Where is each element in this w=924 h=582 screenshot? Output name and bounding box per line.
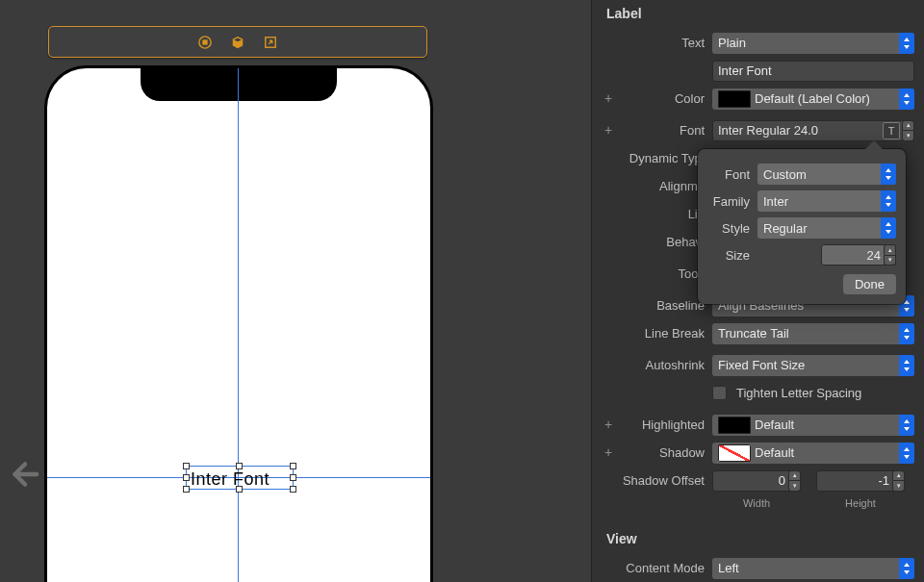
row-text-value: Inter Font	[591, 57, 924, 85]
section-label: Label	[591, 0, 924, 29]
add-highlight-icon[interactable]: +	[604, 418, 612, 431]
guide-vertical	[238, 68, 239, 582]
row-tighten: Tighten Letter Spacing	[591, 379, 924, 407]
selection-rect[interactable]	[186, 466, 294, 490]
color-select[interactable]: Default (Label Color)	[712, 89, 914, 110]
back-arrow	[0, 455, 43, 493]
tighten-checkbox[interactable]	[712, 386, 727, 400]
font-stepper[interactable]: ▴▾	[902, 120, 914, 141]
tighten-label: Tighten Letter Spacing	[736, 386, 861, 400]
device-frame: Inter Font	[44, 65, 433, 582]
autoshrink-select[interactable]: Fixed Font Size	[712, 355, 914, 376]
canvas[interactable]: Inter Font	[0, 0, 591, 582]
font-field[interactable]: Inter Regular 24.0T▴▾	[712, 120, 914, 141]
section-view: View	[591, 525, 924, 554]
add-font-icon[interactable]: +	[604, 123, 612, 137]
font-picker-icon: T	[883, 122, 900, 139]
row-shadow-color: +Shadow Default	[591, 439, 924, 467]
popover-font-select[interactable]: Custom	[757, 164, 896, 185]
row-highlighted: +Highlighted Default	[591, 411, 924, 439]
text-value-field[interactable]: Inter Font	[712, 61, 914, 82]
row-line-break: Line Break Truncate Tail	[591, 319, 924, 347]
row-shadow-offset: Shadow Offset 0▴▾ -1▴▾	[591, 467, 924, 494]
cube-icon[interactable]	[230, 35, 245, 50]
shadow-offset-width[interactable]: 0▴▾	[712, 470, 801, 492]
arrow-out-icon[interactable]	[263, 35, 278, 50]
svg-rect-2	[202, 39, 207, 44]
width-sublabel: Width	[712, 497, 801, 509]
text-style-select[interactable]: Plain	[712, 33, 914, 54]
stop-icon[interactable]	[197, 35, 213, 50]
highlighted-select[interactable]: Default	[712, 415, 914, 436]
row-content-mode: Content Mode Left	[591, 554, 924, 582]
canvas-top-toolbar	[48, 26, 427, 58]
popover-done-button[interactable]: Done	[843, 274, 896, 294]
font-popover: FontCustom FamilyInter StyleRegular Size…	[698, 149, 906, 304]
row-color: +Color Default (Label Color)	[591, 85, 924, 113]
line-break-select[interactable]: Truncate Tail	[712, 323, 914, 344]
label-text: Text	[681, 36, 705, 50]
add-shadow-icon[interactable]: +	[604, 445, 612, 459]
row-autoshrink: Autoshrink Fixed Font Size	[591, 351, 924, 379]
row-text-style: Text Plain	[591, 29, 924, 57]
popover-family-select[interactable]: Inter	[757, 190, 896, 212]
shadow-offset-height[interactable]: -1▴▾	[816, 470, 905, 492]
popover-style-select[interactable]: Regular	[757, 217, 896, 239]
height-sublabel: Height	[816, 497, 905, 509]
device-notch	[141, 68, 337, 101]
popover-size-input[interactable]: 24▴▾	[821, 244, 896, 266]
add-color-icon[interactable]: +	[604, 91, 612, 105]
shadow-select[interactable]: Default	[712, 443, 914, 464]
content-mode-select[interactable]: Left	[712, 558, 914, 579]
